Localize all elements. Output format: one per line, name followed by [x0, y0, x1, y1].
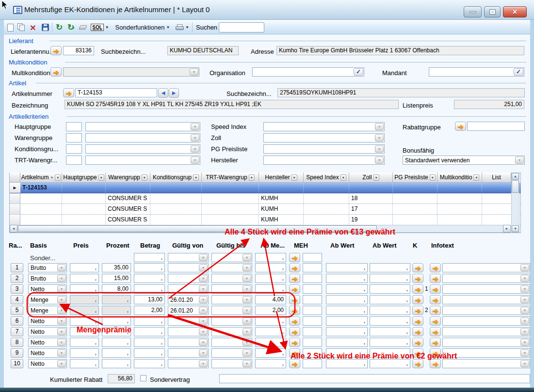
grid-header-zoll[interactable]: Zoll▼ — [349, 172, 393, 183]
scroll-right-button[interactable]: ► — [503, 225, 511, 233]
betrag-field[interactable]: 2,00 — [134, 306, 165, 315]
chevron-down-icon[interactable]: ▼ — [57, 296, 66, 303]
basis-select[interactable]: Brutto▼ — [28, 263, 67, 272]
k-lookup-button[interactable]: ➔ — [412, 327, 423, 336]
chevron-down-icon[interactable]: ▼ — [243, 254, 251, 261]
row-number-button[interactable]: 6 — [11, 316, 23, 326]
infotext-select[interactable]: ▼ — [442, 306, 530, 315]
infotext-lookup-button[interactable]: ➔ — [430, 274, 441, 283]
k-lookup-button[interactable]: ➔ — [412, 316, 423, 326]
delete-button[interactable]: × — [28, 22, 38, 33]
chevron-down-icon[interactable]: ▼ — [375, 123, 384, 130]
grid-header-trt-warengrup[interactable]: TRT-Warengrup▼ — [202, 172, 259, 183]
meh-field[interactable] — [303, 348, 322, 358]
infotext-lookup-button[interactable]: ➔ — [430, 306, 441, 315]
prozent-field[interactable]: , — [102, 327, 131, 336]
gueltig-von-select[interactable]: ▼ — [168, 274, 209, 283]
basis-select[interactable]: Menge▼ — [28, 306, 67, 315]
chevron-down-icon[interactable]: ▼ — [375, 145, 384, 153]
column-menu-icon[interactable]: ▼ — [142, 174, 147, 181]
ab-wert-1-field[interactable]: , — [326, 306, 368, 315]
minimize-button[interactable] — [464, 6, 482, 17]
close-button[interactable]: × — [503, 6, 527, 17]
infotext-lookup-button[interactable]: ➔ — [430, 327, 441, 336]
check-icon[interactable]: ✓ — [514, 68, 523, 76]
row-number-button[interactable]: 1 — [11, 263, 23, 272]
preis-field[interactable]: , — [70, 263, 99, 272]
gueltig-von-select[interactable]: ▼ — [168, 316, 209, 326]
betrag-field[interactable]: 13,00 — [134, 295, 165, 304]
meh-lookup-button[interactable]: ➔ — [289, 316, 300, 326]
ab-wert-2-field[interactable]: , — [370, 295, 410, 304]
grid-row[interactable]: CONSUMER S KUMH 19 — [10, 215, 520, 225]
ab-wert-1-field[interactable]: , — [326, 263, 368, 272]
chevron-down-icon[interactable]: ▼ — [199, 360, 208, 367]
row-number-button[interactable]: 4 — [11, 295, 23, 304]
infotext-select[interactable]: ▼ — [442, 274, 530, 283]
chevron-down-icon[interactable]: ▼ — [243, 360, 251, 367]
chevron-down-icon[interactable]: ▼ — [520, 339, 529, 346]
prozent-field[interactable]: , — [102, 338, 131, 347]
gueltig-bis-select[interactable]: ▼ — [211, 327, 252, 336]
column-menu-icon[interactable]: ▼ — [340, 174, 346, 181]
row-number-button[interactable]: 9 — [11, 348, 23, 358]
column-menu-icon[interactable]: ▼ — [291, 174, 297, 181]
listenpreis-field[interactable]: 251,00 — [454, 100, 524, 109]
ab-wert-2-field[interactable]: , — [370, 284, 410, 294]
meh-field[interactable] — [303, 359, 322, 368]
prozent-field[interactable]: , — [102, 306, 131, 315]
basis-select[interactable]: Netto▼ — [28, 327, 67, 336]
column-menu-icon[interactable]: ▼ — [193, 174, 199, 181]
meh-lookup-button[interactable]: ➔ — [289, 327, 300, 336]
chevron-down-icon[interactable]: ▼ — [515, 157, 524, 164]
betrag-field[interactable]: , — [134, 327, 165, 336]
chevron-down-icon[interactable]: ▼ — [57, 349, 66, 357]
sondervertrag-field[interactable] — [219, 374, 530, 383]
ab-wert-1-field[interactable]: , — [326, 316, 368, 326]
sonder-gueltig-bis-select[interactable]: ▼ — [211, 253, 252, 262]
chevron-down-icon[interactable]: ▼ — [243, 328, 251, 335]
grid-header-hauptgruppe[interactable]: Hauptgruppe▼ — [62, 172, 106, 183]
gueltig-bis-select[interactable]: ▼ — [211, 348, 252, 358]
gueltig-bis-select[interactable]: ▼ — [211, 263, 252, 272]
chevron-down-icon[interactable]: ▼ — [243, 339, 251, 346]
ab-menge-field[interactable]: , — [255, 359, 286, 368]
save-button[interactable] — [40, 22, 50, 33]
ab-menge-field[interactable]: , — [255, 263, 286, 272]
infotext-lookup-button[interactable]: ➔ — [430, 338, 441, 347]
grid-row[interactable]: CONSUMER S KUMH 17 — [10, 204, 520, 215]
chevron-down-icon[interactable]: ▼ — [520, 285, 529, 293]
preis-field[interactable]: , — [70, 327, 99, 336]
gueltig-bis-select[interactable]: ▼ — [211, 295, 252, 304]
check-icon[interactable]: ✓ — [354, 68, 363, 76]
ab-wert-2-field[interactable]: , — [370, 327, 410, 336]
meh-lookup-button[interactable]: ➔ — [289, 359, 300, 368]
chevron-down-icon[interactable]: ▼ — [375, 134, 384, 141]
meh-field[interactable] — [303, 284, 322, 294]
kriterium-select[interactable]: ▼ — [263, 133, 385, 142]
ab-wert-2-field[interactable]: , — [370, 306, 410, 315]
chevron-down-icon[interactable]: ▼ — [199, 339, 208, 346]
chevron-down-icon[interactable]: ▼ — [199, 264, 208, 271]
organisation-select[interactable]: ✓ — [252, 67, 364, 77]
lieferantennummer-field[interactable]: 83136 — [63, 46, 94, 55]
adresse-field[interactable]: Kumho Tire Europe GmbH Brüsseler Platz 1… — [276, 46, 524, 55]
chevron-down-icon[interactable]: ▼ — [520, 275, 529, 282]
meh-field[interactable] — [303, 274, 322, 283]
prozent-field[interactable]: 35,00 — [102, 263, 131, 272]
chevron-down-icon[interactable]: ▼ — [243, 349, 251, 357]
meh-lookup-button[interactable]: ➔ — [289, 263, 300, 272]
refresh-all-button[interactable]: ↻+ — [66, 22, 76, 33]
bonusfaehig-select[interactable]: Standardwert verwenden▼ — [403, 156, 525, 165]
prozent-field[interactable]: 15,00 — [102, 274, 131, 283]
sondervertrag-checkbox[interactable] — [140, 375, 146, 381]
hscroll-thumb[interactable] — [18, 225, 377, 232]
gueltig-bis-select[interactable]: ▼ — [211, 284, 252, 294]
ab-wert-1-field[interactable]: , — [326, 284, 368, 294]
chevron-down-icon[interactable]: ▼ — [57, 360, 66, 367]
gueltig-von-select[interactable]: 26.01.20▼ — [168, 295, 209, 304]
row-number-button[interactable]: 5 — [11, 306, 23, 315]
sonderfunktionen-button[interactable]: Sonderfunktionen▼ — [112, 22, 174, 33]
meh-lookup-button[interactable]: ➔ — [289, 284, 300, 294]
chevron-down-icon[interactable]: ▼ — [199, 275, 208, 282]
